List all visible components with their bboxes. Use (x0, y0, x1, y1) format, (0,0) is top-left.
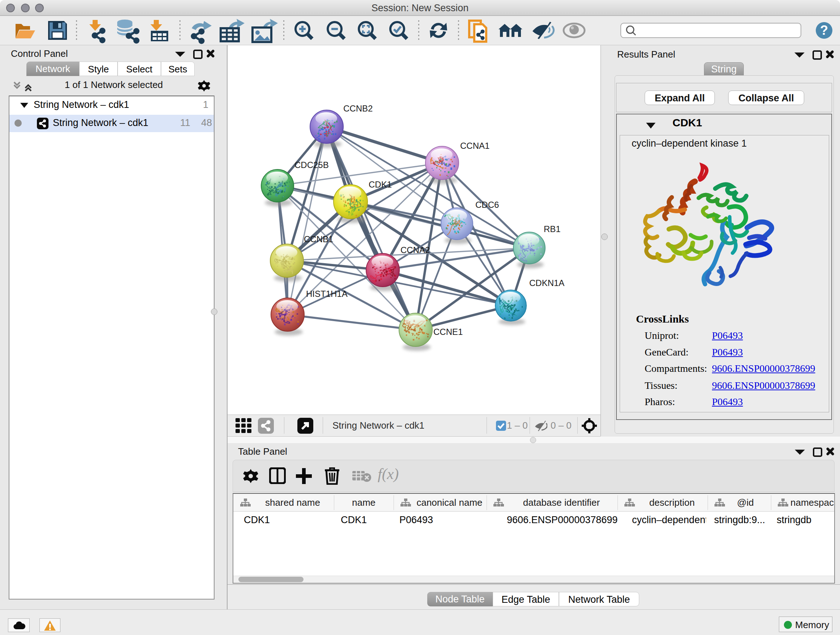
svg-text:CCNA1: CCNA1 (460, 141, 489, 150)
svg-text:RB1: RB1 (544, 224, 561, 234)
svg-text:CDC25B: CDC25B (294, 160, 329, 170)
svg-text:CDC6: CDC6 (475, 200, 499, 210)
svg-text:CCNE1: CCNE1 (433, 327, 463, 337)
svg-text:CCNB2: CCNB2 (343, 103, 373, 113)
svg-text:CDKN1A: CDKN1A (529, 278, 564, 288)
svg-text:HIST1H1A: HIST1H1A (306, 289, 347, 299)
svg-text:CDK1: CDK1 (369, 180, 392, 189)
svg-text:CCNB1: CCNB1 (304, 234, 333, 244)
svg-text:CCNA2: CCNA2 (401, 245, 430, 255)
